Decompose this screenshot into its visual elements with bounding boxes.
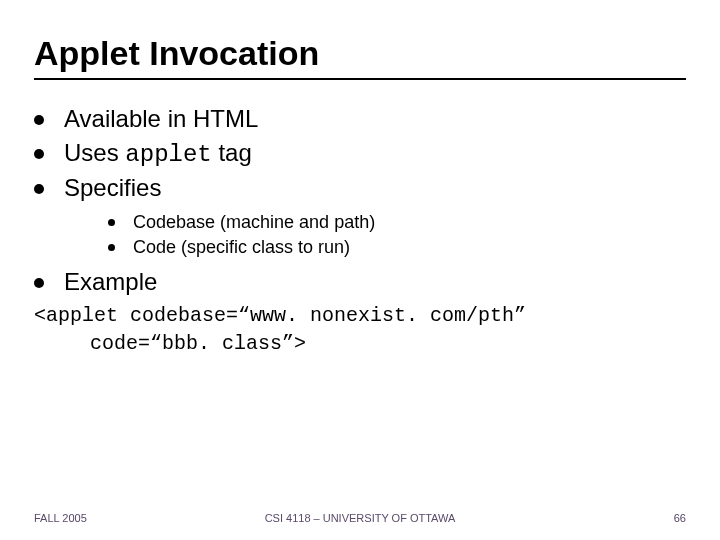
bullet-icon xyxy=(34,115,44,125)
code-inline: applet xyxy=(125,141,211,168)
title-underline xyxy=(34,78,686,80)
sub-bullet-text: Codebase (machine and path) xyxy=(133,212,375,233)
bullet-text: Example xyxy=(64,268,157,296)
code-block: <applet codebase=“www. nonexist. com/pth… xyxy=(34,302,686,358)
sub-bullet-item: Code (specific class to run) xyxy=(108,237,686,258)
bullet-icon xyxy=(108,219,115,226)
bullet-text: Specifies xyxy=(64,174,161,202)
sub-bullet-item: Codebase (machine and path) xyxy=(108,212,686,233)
footer-page-number: 66 xyxy=(674,512,686,524)
bullet-item: Available in HTML xyxy=(34,105,686,133)
bullet-item: Example xyxy=(34,268,686,296)
bullet-icon xyxy=(34,278,44,288)
sub-bullet-group: Codebase (machine and path) Code (specif… xyxy=(108,212,686,258)
bullet-text: Available in HTML xyxy=(64,105,258,133)
bullet-icon xyxy=(34,184,44,194)
slide-body: Available in HTML Uses applet tag Specif… xyxy=(34,105,686,358)
text-fragment: Uses xyxy=(64,139,125,166)
bullet-icon xyxy=(34,149,44,159)
bullet-icon xyxy=(108,244,115,251)
code-line: <applet codebase=“www. nonexist. com/pth… xyxy=(34,302,686,330)
slide-title: Applet Invocation xyxy=(34,34,319,73)
bullet-text: Uses applet tag xyxy=(64,139,252,168)
bullet-item: Specifies xyxy=(34,174,686,202)
footer-left: FALL 2005 xyxy=(34,512,87,524)
bullet-item: Uses applet tag xyxy=(34,139,686,168)
footer-center: CSI 4118 – UNIVERSITY OF OTTAWA xyxy=(265,512,456,524)
code-line: code=“bbb. class”> xyxy=(34,330,686,358)
sub-bullet-text: Code (specific class to run) xyxy=(133,237,350,258)
text-fragment: tag xyxy=(212,139,252,166)
